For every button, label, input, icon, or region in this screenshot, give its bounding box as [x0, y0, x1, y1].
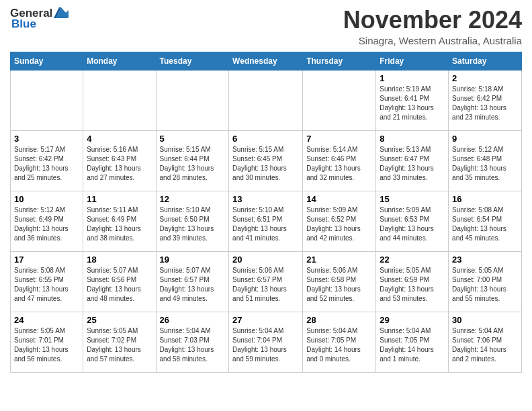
calendar-cell: 1Sunrise: 5:19 AMSunset: 6:41 PMDaylight… — [376, 70, 449, 130]
day-info: Sunrise: 5:14 AMSunset: 6:46 PMDaylight:… — [306, 145, 372, 183]
calendar-cell: 29Sunrise: 5:04 AMSunset: 7:05 PMDayligh… — [376, 312, 449, 372]
weekday-header-sunday: Sunday — [11, 52, 83, 70]
day-info: Sunrise: 5:15 AMSunset: 6:44 PMDaylight:… — [160, 145, 226, 183]
day-info: Sunrise: 5:09 AMSunset: 6:53 PMDaylight:… — [380, 205, 445, 243]
day-info: Sunrise: 5:08 AMSunset: 6:54 PMDaylight:… — [452, 205, 518, 243]
calendar-cell: 8Sunrise: 5:13 AMSunset: 6:47 PMDaylight… — [376, 130, 449, 191]
day-info: Sunrise: 5:12 AMSunset: 6:49 PMDaylight:… — [14, 205, 79, 243]
calendar-week-5: 24Sunrise: 5:05 AMSunset: 7:01 PMDayligh… — [11, 312, 522, 372]
day-info: Sunrise: 5:04 AMSunset: 7:05 PMDaylight:… — [306, 326, 372, 364]
calendar-cell: 12Sunrise: 5:10 AMSunset: 6:50 PMDayligh… — [156, 191, 229, 251]
calendar-week-1: 1Sunrise: 5:19 AMSunset: 6:41 PMDaylight… — [11, 70, 522, 130]
calendar-cell — [156, 70, 229, 130]
calendar-cell: 17Sunrise: 5:08 AMSunset: 6:55 PMDayligh… — [11, 251, 83, 312]
calendar-cell — [229, 70, 303, 130]
calendar-table: SundayMondayTuesdayWednesdayThursdayFrid… — [10, 52, 522, 373]
day-info: Sunrise: 5:11 AMSunset: 6:49 PMDaylight:… — [87, 205, 152, 243]
title-block: November 2024 Sinagra, Western Australia… — [343, 7, 522, 46]
location-subtitle: Sinagra, Western Australia, Australia — [343, 35, 522, 46]
day-info: Sunrise: 5:06 AMSunset: 6:58 PMDaylight:… — [306, 266, 372, 304]
day-number: 17 — [14, 255, 79, 265]
day-number: 18 — [87, 255, 152, 265]
calendar-week-3: 10Sunrise: 5:12 AMSunset: 6:49 PMDayligh… — [11, 191, 522, 251]
day-number: 15 — [380, 194, 445, 204]
day-number: 10 — [14, 194, 79, 204]
calendar-cell: 22Sunrise: 5:05 AMSunset: 6:59 PMDayligh… — [376, 251, 449, 312]
calendar-cell: 19Sunrise: 5:07 AMSunset: 6:57 PMDayligh… — [156, 251, 229, 312]
weekday-header-friday: Friday — [376, 52, 449, 70]
day-info: Sunrise: 5:15 AMSunset: 6:45 PMDaylight:… — [232, 145, 299, 183]
month-title: November 2024 — [343, 7, 522, 34]
calendar-cell: 9Sunrise: 5:12 AMSunset: 6:48 PMDaylight… — [449, 130, 522, 191]
day-number: 29 — [380, 315, 445, 325]
day-number: 11 — [87, 194, 152, 204]
day-number: 16 — [452, 194, 518, 204]
calendar-cell: 28Sunrise: 5:04 AMSunset: 7:05 PMDayligh… — [303, 312, 376, 372]
weekday-header-wednesday: Wednesday — [229, 52, 303, 70]
weekday-header-saturday: Saturday — [449, 52, 522, 70]
calendar-cell: 14Sunrise: 5:09 AMSunset: 6:52 PMDayligh… — [303, 191, 376, 251]
day-info: Sunrise: 5:19 AMSunset: 6:41 PMDaylight:… — [380, 85, 445, 122]
day-info: Sunrise: 5:05 AMSunset: 7:01 PMDaylight:… — [14, 326, 79, 364]
calendar-cell: 16Sunrise: 5:08 AMSunset: 6:54 PMDayligh… — [449, 191, 522, 251]
day-number: 8 — [380, 134, 445, 144]
day-info: Sunrise: 5:08 AMSunset: 6:55 PMDaylight:… — [14, 266, 79, 304]
day-number: 26 — [160, 315, 226, 325]
day-info: Sunrise: 5:05 AMSunset: 7:00 PMDaylight:… — [452, 266, 518, 304]
calendar-cell: 10Sunrise: 5:12 AMSunset: 6:49 PMDayligh… — [11, 191, 83, 251]
calendar-cell: 3Sunrise: 5:17 AMSunset: 6:42 PMDaylight… — [11, 130, 83, 191]
calendar-week-4: 17Sunrise: 5:08 AMSunset: 6:55 PMDayligh… — [11, 251, 522, 312]
calendar-cell: 5Sunrise: 5:15 AMSunset: 6:44 PMDaylight… — [156, 130, 229, 191]
day-info: Sunrise: 5:09 AMSunset: 6:52 PMDaylight:… — [306, 205, 372, 243]
calendar-cell: 18Sunrise: 5:07 AMSunset: 6:56 PMDayligh… — [83, 251, 156, 312]
day-number: 28 — [306, 315, 372, 325]
weekday-header-tuesday: Tuesday — [156, 52, 229, 70]
calendar-cell: 11Sunrise: 5:11 AMSunset: 6:49 PMDayligh… — [83, 191, 156, 251]
day-number: 27 — [232, 315, 299, 325]
day-number: 3 — [14, 134, 79, 144]
day-info: Sunrise: 5:05 AMSunset: 6:59 PMDaylight:… — [380, 266, 445, 304]
day-info: Sunrise: 5:17 AMSunset: 6:42 PMDaylight:… — [14, 145, 79, 183]
day-number: 13 — [232, 194, 299, 204]
day-number: 5 — [160, 134, 226, 144]
calendar-cell: 7Sunrise: 5:14 AMSunset: 6:46 PMDaylight… — [303, 130, 376, 191]
day-number: 1 — [380, 73, 445, 83]
day-number: 25 — [87, 315, 152, 325]
day-info: Sunrise: 5:10 AMSunset: 6:51 PMDaylight:… — [232, 205, 299, 243]
day-number: 24 — [14, 315, 79, 325]
day-number: 19 — [160, 255, 226, 265]
day-info: Sunrise: 5:07 AMSunset: 6:57 PMDaylight:… — [160, 266, 226, 304]
day-number: 2 — [452, 73, 518, 83]
day-info: Sunrise: 5:06 AMSunset: 6:57 PMDaylight:… — [232, 266, 299, 304]
calendar-cell: 27Sunrise: 5:04 AMSunset: 7:04 PMDayligh… — [229, 312, 303, 372]
calendar-cell: 15Sunrise: 5:09 AMSunset: 6:53 PMDayligh… — [376, 191, 449, 251]
day-number: 12 — [160, 194, 226, 204]
day-number: 9 — [452, 134, 518, 144]
calendar-body: 1Sunrise: 5:19 AMSunset: 6:41 PMDaylight… — [11, 70, 522, 372]
day-number: 14 — [306, 194, 372, 204]
day-number: 7 — [306, 134, 372, 144]
day-info: Sunrise: 5:12 AMSunset: 6:48 PMDaylight:… — [452, 145, 518, 183]
calendar-cell: 4Sunrise: 5:16 AMSunset: 6:43 PMDaylight… — [83, 130, 156, 191]
calendar-cell: 23Sunrise: 5:05 AMSunset: 7:00 PMDayligh… — [449, 251, 522, 312]
day-number: 4 — [87, 134, 152, 144]
day-info: Sunrise: 5:18 AMSunset: 6:42 PMDaylight:… — [452, 85, 518, 122]
calendar-cell: 24Sunrise: 5:05 AMSunset: 7:01 PMDayligh… — [11, 312, 83, 372]
calendar-cell — [83, 70, 156, 130]
logo-blue-text: Blue — [11, 17, 36, 31]
logo-icon — [54, 6, 69, 19]
calendar-cell: 30Sunrise: 5:04 AMSunset: 7:06 PMDayligh… — [449, 312, 522, 372]
page-header: General Blue November 2024 Sinagra, West… — [10, 7, 522, 46]
calendar-week-2: 3Sunrise: 5:17 AMSunset: 6:42 PMDaylight… — [11, 130, 522, 191]
calendar-cell: 25Sunrise: 5:05 AMSunset: 7:02 PMDayligh… — [83, 312, 156, 372]
day-number: 30 — [452, 315, 518, 325]
day-info: Sunrise: 5:04 AMSunset: 7:06 PMDaylight:… — [452, 326, 518, 364]
day-info: Sunrise: 5:04 AMSunset: 7:03 PMDaylight:… — [160, 326, 226, 364]
calendar-cell — [11, 70, 83, 130]
calendar-cell: 13Sunrise: 5:10 AMSunset: 6:51 PMDayligh… — [229, 191, 303, 251]
day-number: 6 — [232, 134, 299, 144]
logo: General Blue — [10, 7, 69, 31]
day-info: Sunrise: 5:16 AMSunset: 6:43 PMDaylight:… — [87, 145, 152, 183]
weekday-header-thursday: Thursday — [303, 52, 376, 70]
calendar-header: SundayMondayTuesdayWednesdayThursdayFrid… — [11, 52, 522, 70]
